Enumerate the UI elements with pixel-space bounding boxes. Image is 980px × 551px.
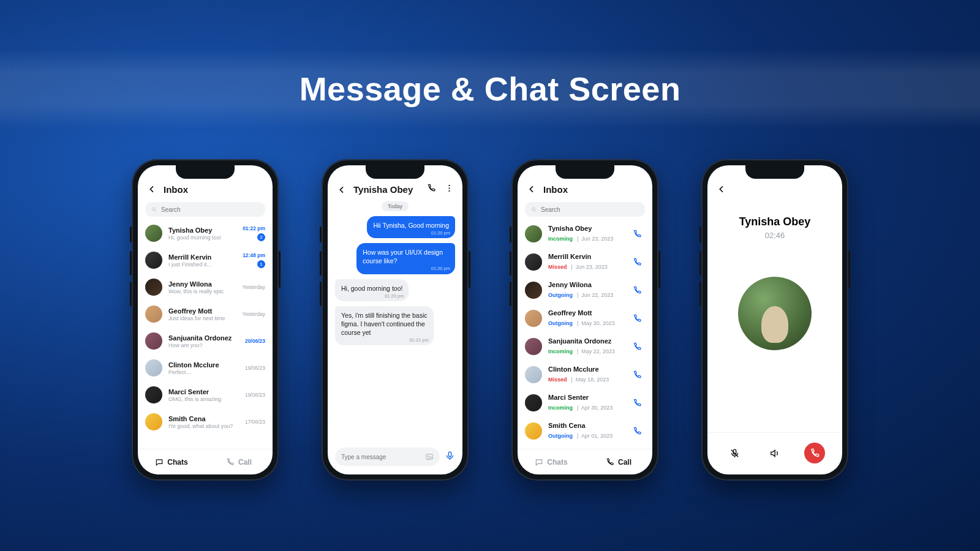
message-preview: How are you? xyxy=(168,342,239,348)
call-meta: Incoming | Jun 23, 2023 xyxy=(548,232,623,243)
phone-icon xyxy=(633,286,642,295)
avatar xyxy=(525,394,542,411)
more-vertical-icon xyxy=(445,184,454,193)
page-title: Message & Chat Screen xyxy=(300,70,681,108)
call-button[interactable] xyxy=(629,342,645,351)
end-call-button[interactable] xyxy=(804,443,825,463)
call-status: Outgoing xyxy=(548,292,573,298)
calls-list: Tynisha Obey Incoming | Jun 23, 2023 Mer… xyxy=(518,220,652,449)
message-text: Hii Tynisha, Good morning xyxy=(373,222,449,229)
svg-point-0 xyxy=(153,208,156,211)
timestamp: 17/06/23 xyxy=(245,419,265,425)
tab-call[interactable]: Call xyxy=(205,449,273,474)
more-button[interactable] xyxy=(445,184,454,195)
phone-icon xyxy=(226,458,235,467)
back-button[interactable] xyxy=(716,184,727,195)
chat-bubble: Hii Tynisha, Good morning01:20 pm xyxy=(367,216,455,238)
call-row[interactable]: Tynisha Obey Incoming | Jun 23, 2023 xyxy=(525,220,645,249)
search-icon xyxy=(151,206,157,213)
chat-body: Today Hii Tynisha, Good morning01:20 pmH… xyxy=(328,199,462,443)
call-status: Incoming xyxy=(548,236,573,242)
avatar xyxy=(145,279,162,296)
phone-icon xyxy=(633,258,642,267)
search-input[interactable] xyxy=(525,202,645,217)
call-button[interactable] xyxy=(427,184,436,195)
avatar xyxy=(145,386,162,403)
tab-chats-label: Chats xyxy=(167,458,187,467)
tab-call[interactable]: Call xyxy=(585,449,652,474)
avatar xyxy=(145,252,162,269)
tab-chats[interactable]: Chats xyxy=(518,449,585,474)
chat-row[interactable]: Jenny Wilona Wow, this is really epic Ye… xyxy=(145,274,265,301)
chat-row[interactable]: Sanjuanita Ordonez How are you? 20/06/23 xyxy=(145,328,265,355)
contact-name: Merrill Kervin xyxy=(168,253,236,261)
call-button[interactable] xyxy=(629,314,645,323)
chat-row[interactable]: Geoffrey Mott Just ideas for next time Y… xyxy=(145,301,265,328)
search-icon xyxy=(531,206,537,213)
composer xyxy=(328,443,462,474)
chat-row[interactable]: Clinton Mcclure Perfect… 19/06/23 xyxy=(145,355,265,382)
call-button[interactable] xyxy=(629,258,645,267)
page-title-band: Message & Chat Screen xyxy=(0,49,980,129)
phone-icon xyxy=(633,342,642,351)
contact-name: Smith Cena xyxy=(168,415,239,422)
call-row[interactable]: Merrill Kervin Missed | Jun 23, 2023 xyxy=(525,249,645,277)
chat-row[interactable]: Marci Senter OMG, this is amazing 19/06/… xyxy=(145,382,265,409)
message-input[interactable] xyxy=(335,448,440,466)
call-row[interactable]: Clinton Mcclure Missed | May 18, 2023 xyxy=(525,361,645,389)
search-input[interactable] xyxy=(145,202,265,217)
back-button[interactable] xyxy=(146,184,157,195)
svg-point-3 xyxy=(448,190,450,192)
mic-button[interactable] xyxy=(445,451,455,463)
unread-badge: 2 xyxy=(257,233,265,241)
call-button[interactable] xyxy=(629,230,645,239)
arrow-left-icon xyxy=(717,184,726,194)
chat-row[interactable]: Smith Cena I'm good, what about you? 17/… xyxy=(145,409,265,436)
speaker-button[interactable] xyxy=(764,443,785,463)
call-button[interactable] xyxy=(629,370,645,380)
timestamp: 01:22 pm xyxy=(243,225,265,231)
chat-bubble: How was your UI/UX design course like?01… xyxy=(356,243,455,274)
chat-row[interactable]: Merrill Kervin I just Finished it… 12:48… xyxy=(145,247,265,274)
contact-name: Sanjuanita Ordonez xyxy=(548,337,623,345)
chat-row[interactable]: Tynisha Obey Hi, good morning too! 01:22… xyxy=(145,220,265,247)
call-row[interactable]: Marci Senter Incoming | Apr 30, 2023 xyxy=(525,389,645,418)
call-date: | Apr 30, 2023 xyxy=(575,405,612,411)
phone-active-call: Tynisha Obey 02:46 xyxy=(701,159,848,481)
call-button[interactable] xyxy=(629,286,645,295)
call-row[interactable]: Smith Cena Outgoing | Apr 01, 2023 xyxy=(525,418,645,446)
avatar xyxy=(145,225,162,242)
chat-title: Tynisha Obey xyxy=(353,184,413,195)
message-preview: I'm good, what about you? xyxy=(168,423,239,429)
tab-call-label: Call xyxy=(238,458,252,467)
call-button[interactable] xyxy=(629,399,645,408)
contact-name: Sanjuanita Ordonez xyxy=(168,334,239,342)
avatar xyxy=(145,413,162,430)
back-button[interactable] xyxy=(526,184,537,195)
image-icon[interactable] xyxy=(425,452,434,461)
call-button[interactable] xyxy=(629,427,645,436)
tab-call-label: Call xyxy=(618,458,631,467)
avatar xyxy=(145,332,162,350)
call-meta: Incoming | May 22, 2023 xyxy=(548,345,623,356)
tab-chats[interactable]: Chats xyxy=(138,449,205,474)
back-button[interactable] xyxy=(336,184,347,195)
phone-icon xyxy=(633,314,642,323)
message-preview: Hi, good morning too! xyxy=(168,234,236,241)
search-field[interactable] xyxy=(541,206,639,213)
avatar xyxy=(145,359,162,377)
call-status: Outgoing xyxy=(548,320,573,326)
call-row[interactable]: Sanjuanita Ordonez Incoming | May 22, 20… xyxy=(525,333,645,361)
call-row[interactable]: Geoffrey Mott Outgoing | May 30, 2023 xyxy=(525,305,645,333)
call-row[interactable]: Jenny Wilona Outgoing | Jun 22, 2023 xyxy=(525,277,645,305)
message-text: Yes, i'm still finishing the basic figma… xyxy=(341,312,428,336)
mute-button[interactable] xyxy=(725,443,745,463)
phone-icon xyxy=(606,458,614,467)
arrow-left-icon xyxy=(527,184,537,194)
avatar xyxy=(525,282,542,299)
search-field[interactable] xyxy=(161,206,259,213)
day-label: Today xyxy=(382,201,409,211)
svg-rect-6 xyxy=(448,452,451,457)
contact-name: Geoffrey Mott xyxy=(548,309,623,317)
message-field[interactable] xyxy=(341,454,421,460)
